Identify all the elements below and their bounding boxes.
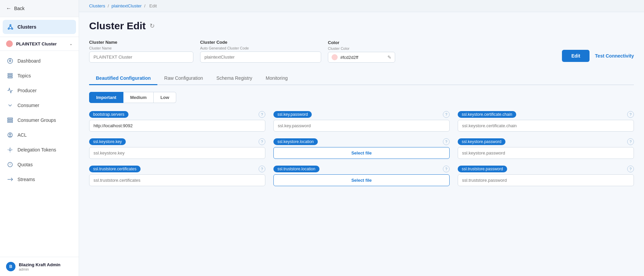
consumer-icon	[7, 102, 13, 109]
priority-medium-button[interactable]: Medium	[123, 92, 154, 103]
back-arrow-icon: ←	[6, 5, 11, 11]
svg-point-1	[8, 28, 9, 29]
sidebar-item-label-consumer: Consumer	[17, 103, 39, 108]
config-field-header-3: ssl.keystore.key?	[89, 138, 265, 145]
priority-important-button[interactable]: Important	[89, 92, 123, 103]
sidebar-item-delegation-tokens[interactable]: Delegation Tokens	[0, 142, 79, 157]
refresh-icon[interactable]: ↻	[150, 22, 155, 30]
config-text-input-3[interactable]	[89, 147, 265, 159]
tab-monitoring[interactable]: Monitoring	[259, 72, 294, 85]
config-help-0[interactable]: ?	[259, 111, 265, 118]
sidebar-item-label-topics: Topics	[17, 73, 31, 78]
test-connectivity-button[interactable]: Test Connectivity	[595, 53, 634, 59]
svg-rect-14	[8, 122, 13, 123]
config-help-5[interactable]: ?	[627, 138, 634, 145]
content-area: Cluster Edit ↻ Cluster Name Cluster Name…	[79, 12, 644, 276]
dashboard-icon	[7, 58, 13, 64]
config-text-input-2[interactable]	[458, 120, 634, 132]
edit-button[interactable]: Edit	[562, 50, 590, 62]
svg-rect-12	[8, 118, 13, 119]
config-help-1[interactable]: ?	[443, 111, 450, 118]
config-tag-7: ssl.truststore.location	[273, 166, 319, 172]
config-file-input-7[interactable]: Select file	[273, 174, 450, 186]
config-file-input-4[interactable]: Select file	[273, 147, 450, 159]
clusters-nav-item[interactable]: Clusters	[3, 20, 76, 34]
back-button[interactable]: ← Back	[0, 0, 79, 17]
breadcrumb-clusters[interactable]: Clusters	[89, 3, 105, 8]
clusters-label: Clusters	[17, 24, 36, 30]
footer-name: Blazing Kraft Admin	[19, 262, 61, 267]
config-field-ssl-truststore-certificates: ssl.truststore.certificates?	[89, 166, 265, 186]
tab-raw[interactable]: Raw Configuration	[157, 72, 210, 85]
config-field-bootstrap-servers: bootstrap.servers?	[89, 111, 265, 132]
config-tag-8: ssl.truststore.password	[458, 166, 507, 172]
config-help-8[interactable]: ?	[627, 166, 634, 172]
config-tag-3: ssl.keystore.key	[89, 138, 126, 145]
config-field-ssl-truststore-password: ssl.truststore.password?	[458, 166, 634, 186]
sidebar-item-label-streams: Streams	[17, 177, 35, 182]
delegation-tokens-icon	[7, 146, 13, 153]
config-text-input-1[interactable]	[273, 120, 450, 132]
quotas-icon	[7, 161, 13, 168]
config-help-3[interactable]: ?	[259, 138, 265, 145]
svg-point-7	[9, 60, 11, 62]
cluster-code-input[interactable]	[200, 51, 321, 63]
priority-buttons: Important Medium Low	[89, 92, 634, 103]
main-content: Clusters / plaintextCluster / Edit Clust…	[79, 0, 644, 276]
breadcrumb-sep1: /	[108, 3, 110, 8]
action-buttons: Edit Test Connectivity	[562, 50, 634, 63]
sidebar-item-consumer[interactable]: Consumer	[0, 98, 79, 113]
pencil-icon[interactable]: ✎	[387, 55, 391, 60]
chevron-down-icon: ⌄	[69, 41, 73, 46]
topics-icon	[7, 72, 13, 79]
config-help-7[interactable]: ?	[443, 166, 450, 172]
producer-icon	[7, 87, 13, 94]
config-text-input-6[interactable]	[89, 174, 265, 186]
svg-rect-11	[8, 77, 12, 78]
tab-beautified[interactable]: Beautified Configuration	[89, 72, 157, 85]
cluster-name-input[interactable]	[89, 51, 193, 63]
config-tag-5: ssl.keystore.password	[458, 138, 505, 145]
config-field-ssl-keystore-certificate-chain: ssl.keystore.certificate.chain?	[458, 111, 634, 132]
sidebar-item-acl[interactable]: ACL	[0, 128, 79, 142]
sidebar-item-dashboard[interactable]: Dashboard	[0, 54, 79, 68]
config-text-input-5[interactable]	[458, 147, 634, 159]
cluster-name-field: Cluster Name Cluster Name	[89, 40, 193, 63]
config-field-header-1: ssl.key.password?	[273, 111, 450, 118]
cluster-name-label: Cluster Name	[89, 40, 193, 45]
tab-schema-registry[interactable]: Schema Registry	[210, 72, 259, 85]
color-input-wrapper[interactable]: #fcd2d2ff ✎	[328, 52, 395, 63]
svg-rect-10	[8, 75, 12, 76]
priority-low-button[interactable]: Low	[154, 92, 176, 103]
config-help-6[interactable]: ?	[259, 166, 265, 172]
back-label: Back	[14, 6, 25, 11]
sidebar-item-consumer-groups[interactable]: Consumer Groups	[0, 113, 79, 128]
cluster-color-sublabel: Cluster Color	[328, 46, 395, 50]
page-title: Cluster Edit	[89, 20, 146, 32]
config-tag-1: ssl.key.password	[273, 111, 312, 118]
sidebar-item-streams[interactable]: Streams	[0, 172, 79, 187]
streams-icon	[7, 176, 13, 183]
breadcrumb-cluster[interactable]: plaintextCluster	[112, 3, 142, 8]
sidebar-footer: B Blazing Kraft Admin admin	[0, 257, 79, 276]
config-help-4[interactable]: ?	[443, 138, 450, 145]
svg-point-17	[9, 149, 11, 151]
cluster-color-label: Color	[328, 40, 395, 45]
cluster-meta-row: Cluster Name Cluster Name Cluster Code A…	[89, 40, 634, 63]
cluster-code-field: Cluster Code Auto Generated Cluster Code	[200, 40, 321, 63]
config-text-input-0[interactable]	[89, 120, 265, 132]
config-text-input-8[interactable]	[458, 174, 634, 186]
sidebar-item-topics[interactable]: Topics	[0, 68, 79, 83]
color-circle	[332, 54, 338, 60]
color-value: #fcd2d2ff	[340, 55, 385, 60]
sidebar-item-quotas[interactable]: Quotas	[0, 157, 79, 172]
clusters-icon	[7, 23, 14, 31]
cluster-selector[interactable]: PLAINTEXT Cluster ⌄	[0, 37, 79, 51]
sidebar-item-producer[interactable]: Producer	[0, 83, 79, 98]
sidebar-item-label-producer: Producer	[17, 88, 37, 93]
config-help-2[interactable]: ?	[627, 111, 634, 118]
config-field-header-4: ssl.keystore.location?	[273, 138, 450, 145]
breadcrumb-sep2: /	[144, 3, 147, 8]
breadcrumb: Clusters / plaintextCluster / Edit	[79, 0, 644, 12]
cluster-color-field: Color Cluster Color #fcd2d2ff ✎	[328, 40, 395, 63]
